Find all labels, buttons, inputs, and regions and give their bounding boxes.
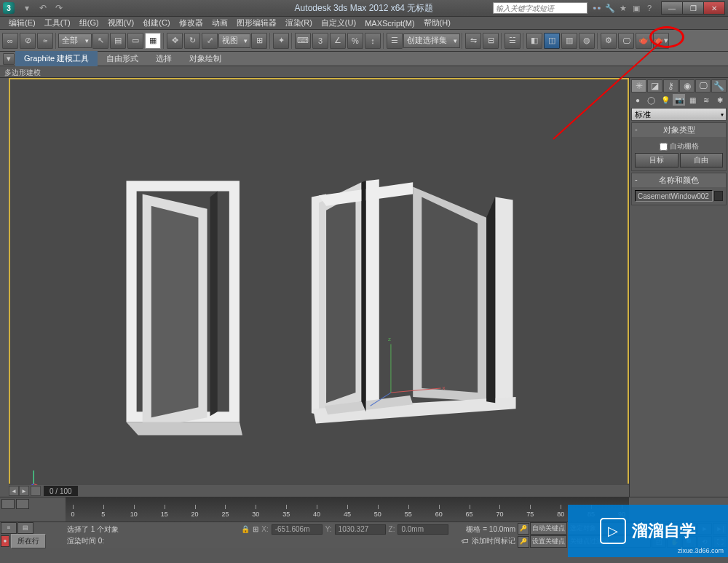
select-icon[interactable]: ↖ (92, 33, 108, 49)
window-crossing-icon[interactable]: ▦ (145, 33, 161, 49)
script-listener-icon[interactable]: ≡ (1, 522, 17, 534)
autogrid-checkbox[interactable] (660, 143, 668, 151)
menu-customize[interactable]: 自定义(U) (317, 16, 360, 30)
cameras-icon[interactable]: 📷 (673, 94, 686, 106)
shapes-icon[interactable]: ◯ (645, 94, 658, 106)
ribbon-toggle-icon[interactable]: ◧ (526, 33, 542, 49)
spinner-snap-icon[interactable]: ↕ (365, 33, 381, 49)
percent-snap-icon[interactable]: % (347, 33, 363, 49)
minimize-button[interactable]: — (661, 1, 683, 15)
keyboard-shortcut-icon[interactable]: ⌨ (295, 33, 311, 49)
menu-render[interactable]: 渲染(R) (281, 16, 317, 30)
macro-rec-icon[interactable]: ● (1, 535, 9, 547)
current-line-button[interactable]: 所在行 (11, 534, 46, 548)
timeline-ruler[interactable]: 051015202530354045505560657075808590 (66, 497, 629, 521)
align-icon[interactable]: ⊟ (483, 33, 499, 49)
binoculars-icon[interactable]: 👓 (592, 3, 602, 13)
edit-named-sel-icon[interactable]: ☰ (387, 33, 403, 49)
restore-button[interactable]: ❐ (682, 1, 704, 15)
material-editor-icon[interactable]: ◍ (579, 33, 595, 49)
link-icon[interactable]: ∞ (2, 33, 18, 49)
key-lock-icon[interactable]: 🔑 (518, 523, 529, 535)
ribbon-tab-freeform[interactable]: 自由形式 (98, 51, 147, 66)
modify-tab-icon[interactable]: ◪ (647, 79, 662, 92)
utilities-tab-icon[interactable]: 🔧 (711, 79, 727, 92)
menu-grapheditors[interactable]: 图形编辑器 (232, 16, 281, 30)
prompt-icon[interactable]: ▤ (17, 522, 33, 534)
geometry-icon[interactable]: ● (631, 94, 644, 106)
star-icon[interactable]: ★ (618, 3, 628, 13)
x-coord-field[interactable]: -651.606m (272, 524, 323, 535)
lock-selection-icon[interactable]: 🔒 (241, 525, 250, 533)
rotate-icon[interactable]: ↻ (184, 33, 200, 49)
free-camera-button[interactable]: 自由 (680, 153, 724, 168)
ribbon-tab-paint[interactable]: 对象绘制 (181, 51, 230, 66)
render-production-icon[interactable]: 🫖 (636, 33, 652, 49)
tool-icon[interactable]: 🔧 (605, 3, 615, 13)
close-button[interactable]: ✕ (703, 1, 725, 15)
display-tab-icon[interactable]: 🖵 (695, 79, 711, 92)
setkey-icon[interactable]: 🔑 (518, 536, 529, 548)
z-coord-field[interactable]: 0.0mm (397, 524, 448, 535)
select-manipulate-icon[interactable]: ✦ (273, 33, 289, 49)
cube-icon[interactable]: ▣ (631, 3, 641, 13)
transform-type-in-icon[interactable]: ⊞ (253, 525, 258, 533)
menu-view[interactable]: 视图(V) (103, 16, 139, 30)
search-input[interactable] (493, 2, 587, 14)
undo-icon[interactable]: ↶ (36, 2, 50, 14)
curve-editor-icon[interactable]: ◫ (544, 33, 560, 49)
motion-tab-icon[interactable]: ◉ (679, 79, 695, 92)
scale-icon[interactable]: ⤢ (202, 33, 218, 49)
select-region-icon[interactable]: ▭ (127, 33, 143, 49)
menu-animation[interactable]: 动画 (207, 16, 232, 30)
ribbon-tab-selection[interactable]: 选择 (147, 51, 181, 66)
rendered-frame-icon[interactable]: 🖵 (618, 33, 634, 49)
ribbon-sub[interactable]: 多边形建模 (0, 66, 728, 78)
scroll-left-icon[interactable]: ◄ (9, 486, 19, 496)
object-color-swatch[interactable] (714, 191, 723, 201)
app-logo-icon[interactable]: 3 (3, 2, 15, 14)
render-iterative-icon[interactable]: 🫖▾ (653, 33, 669, 49)
viewport[interactable]: [ + ] Camera001 [] 真实 ] (9, 78, 629, 484)
selection-filter-dropdown[interactable]: 全部 (58, 34, 92, 48)
menu-help[interactable]: 帮助(H) (419, 16, 455, 30)
menu-tools[interactable]: 工具(T) (40, 16, 75, 30)
mirror-icon[interactable]: ⇋ (465, 33, 481, 49)
y-coord-field[interactable]: 1030.327 (335, 524, 386, 535)
ribbon-tab-graphite[interactable]: Graphite 建模工具 (15, 51, 98, 66)
lights-icon[interactable]: 💡 (659, 94, 672, 106)
helpers-icon[interactable]: ▦ (686, 94, 699, 106)
menu-create[interactable]: 创建(C) (138, 16, 174, 30)
render-setup-icon[interactable]: ⚙ (601, 33, 617, 49)
menu-edit[interactable]: 编辑(E) (4, 16, 40, 30)
move-icon[interactable]: ✥ (167, 33, 183, 49)
key-mode-icon[interactable] (16, 499, 29, 509)
named-selection-dropdown[interactable]: 创建选择集 (403, 34, 460, 48)
rollout-head-object-type[interactable]: -对象类型 (632, 123, 726, 137)
horizontal-scroll[interactable]: ◄ ► 0 / 100 (9, 485, 629, 497)
rollout-head-name-color[interactable]: -名称和颜色 (632, 173, 726, 187)
time-config-icon[interactable] (31, 486, 41, 496)
select-name-icon[interactable]: ▤ (110, 33, 126, 49)
help-icon[interactable]: ? (644, 3, 654, 13)
time-tag-icon[interactable]: 🏷 (462, 537, 469, 545)
schematic-view-icon[interactable]: ▥ (561, 33, 577, 49)
create-tab-icon[interactable]: ✳ (631, 79, 646, 92)
menu-group[interactable]: 组(G) (75, 16, 103, 30)
bind-icon[interactable]: ≈ (37, 33, 53, 49)
object-name-input[interactable] (635, 190, 713, 202)
category-dropdown[interactable]: 标准 (631, 108, 727, 121)
target-camera-button[interactable]: 目标 (635, 153, 678, 168)
scroll-right-icon[interactable]: ► (19, 486, 29, 496)
redo-icon[interactable]: ↷ (52, 2, 66, 14)
menu-modifiers[interactable]: 修改器 (175, 16, 207, 30)
systems-icon[interactable]: ✱ (713, 94, 727, 106)
spacewarps-icon[interactable]: ≋ (700, 94, 713, 106)
ref-coord-dropdown[interactable]: 视图 (218, 34, 250, 48)
autokey-button[interactable]: 自动关键点 (530, 522, 567, 535)
unlink-icon[interactable]: ⊘ (20, 33, 36, 49)
set-key-icon[interactable] (1, 499, 15, 509)
open-icon[interactable]: ▾ (20, 2, 33, 14)
ribbon-min-icon[interactable]: ▾ (3, 53, 15, 65)
setkey-button[interactable]: 设置关键点 (530, 535, 567, 548)
